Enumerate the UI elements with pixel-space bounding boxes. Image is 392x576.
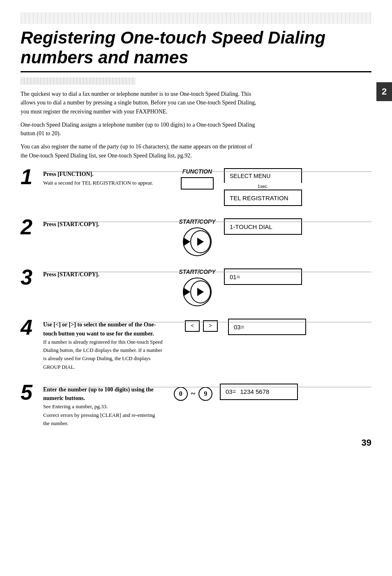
steps-container: 1 Press [FUNCTION]. Wait a second for TE… — [21, 168, 371, 428]
step-5-lcd-value: 1234 5678 — [240, 388, 269, 395]
step-2-row: 2 Press [START/COPY]. START/COPY 1-TOUCH… — [21, 218, 371, 256]
sub-decorative-band — [21, 77, 136, 85]
step-3-title: Press [START/COPY]. — [43, 271, 99, 278]
step-2-startcopy-inner — [190, 230, 211, 253]
step-3-play-icon — [197, 288, 204, 296]
step-4-number: 4 — [21, 317, 43, 338]
step-3-startcopy-inner — [190, 280, 211, 303]
step-4-lcd-box: 03= — [228, 319, 306, 335]
intro-paragraph1: The quickest way to dial a fax number or… — [21, 90, 259, 116]
step-2-title: Press [START/COPY]. — [43, 221, 99, 227]
step-4-divider — [43, 322, 371, 322]
step-4-subtitle: If a number is already registered for th… — [43, 339, 163, 370]
step-4-title: Use [<] or [>] to select the number of t… — [43, 322, 156, 336]
step-1-lcd: SELECT MENU 1sec. TEL REGISTRATION — [224, 168, 302, 206]
step-1-subtitle: Wait a second for TEL REGISTRATION to ap… — [43, 180, 153, 186]
step-2-play-icon — [197, 238, 204, 246]
step-3-row: 3 Press [START/COPY]. START/COPY 01= — [21, 268, 371, 306]
step-4-lcd: 03= — [228, 319, 306, 335]
step-1-lcd-bottom: TEL REGISTRATION — [224, 190, 302, 206]
step-1-lcd-top-label: SELECT MENU — [230, 173, 270, 179]
step-2-button-col: START/COPY — [171, 218, 224, 256]
step-5-subtitle: See Entering a number, pg.33.Correct err… — [43, 403, 155, 426]
step-4-text: Use [<] or [>] to select the number of t… — [43, 319, 175, 371]
step-4-button-col: < > — [175, 319, 228, 332]
step-5-button-col: 0 ~ 9 — [166, 384, 220, 401]
step-2-lcd-box: 1-TOUCH DIAL — [224, 218, 302, 235]
step-3-divider — [43, 272, 371, 272]
step-3-lcd: 01= — [224, 268, 302, 285]
step-1-function-btn[interactable] — [181, 177, 214, 190]
step-5-nine-btn[interactable]: 9 — [198, 387, 212, 401]
step-5-numeric-btns: 0 ~ 9 — [174, 387, 212, 401]
step-1-text: Press [FUNCTION]. Wait a second for TEL … — [43, 168, 171, 187]
step-5-lcd-label: 03= — [226, 388, 236, 395]
step-5-row: 5 Enter the number (up to 100 digits) us… — [21, 384, 371, 428]
title-line1: Registering One-touch Speed Dialing — [21, 28, 325, 47]
step-5-divider — [43, 387, 371, 387]
step-5-title: Enter the number (up to 100 digits) usin… — [43, 386, 154, 401]
step-2-lcd: 1-TOUCH DIAL — [224, 218, 302, 235]
chapter-tab: 2 — [376, 82, 392, 101]
step-2-lcd-label: 1-TOUCH DIAL — [230, 223, 272, 230]
step-2-startcopy-btn[interactable] — [183, 227, 212, 256]
intro-paragraph2: One-touch Speed Dialing assigns a teleph… — [21, 120, 259, 138]
step-5-tilde: ~ — [191, 389, 195, 398]
step-3-lcd-label: 01= — [230, 273, 240, 280]
step-3-number: 3 — [21, 266, 43, 288]
title-divider — [21, 71, 371, 72]
page-number: 39 — [362, 437, 371, 448]
title-line2: numbers and names — [21, 48, 188, 67]
step-5-lcd: 03= 1234 5678 — [220, 384, 298, 400]
step-3-startcopy-btn[interactable] — [183, 278, 212, 306]
step-2-divider — [43, 222, 371, 222]
step-2-text: Press [START/COPY]. — [43, 218, 171, 229]
step-4-lcd-label: 03= — [234, 324, 244, 331]
step-1-lcd-top: SELECT MENU — [224, 168, 302, 183]
step-5-lcd-box: 03= 1234 5678 — [220, 384, 298, 400]
step-3-button-col: START/COPY — [171, 268, 224, 306]
step-3-lcd-box: 01= — [224, 268, 302, 285]
top-decorative-band — [21, 12, 371, 24]
step-1-lcd-bottom-label: TEL REGISTRATION — [230, 194, 288, 201]
step-1-row: 1 Press [FUNCTION]. Wait a second for TE… — [21, 168, 371, 206]
step-1-divider — [43, 171, 371, 172]
step-1-lcd-gap: 1sec. — [224, 183, 302, 190]
step-1-number: 1 — [21, 166, 43, 187]
intro-paragraph3: You can also register the name of the pa… — [21, 142, 259, 160]
step-4-row: 4 Use [<] or [>] to select the number of… — [21, 319, 371, 371]
step-5-number: 5 — [21, 382, 43, 403]
step-5-zero-btn[interactable]: 0 — [174, 387, 188, 401]
step-3-text: Press [START/COPY]. — [43, 268, 171, 279]
step-1-title: Press [FUNCTION]. — [43, 171, 94, 177]
step-2-number: 2 — [21, 216, 43, 238]
step-5-text: Enter the number (up to 100 digits) usin… — [43, 384, 166, 428]
page-title: Registering One-touch Speed Dialing numb… — [21, 28, 371, 68]
